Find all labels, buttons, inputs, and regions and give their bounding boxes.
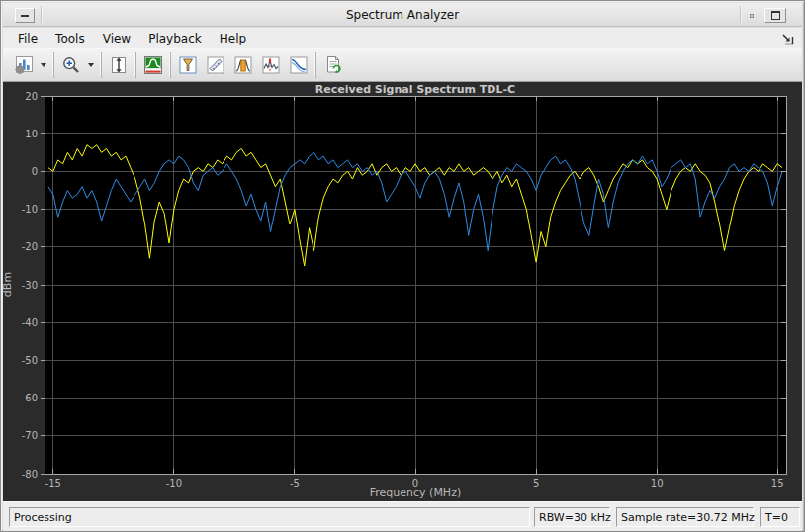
- peak-finder-button[interactable]: [175, 52, 201, 78]
- spectrum-plot-area: Received Signal Spectrum TDL-C dBm Frequ…: [3, 82, 802, 501]
- menu-file[interactable]: File: [9, 29, 46, 48]
- zoom-in-dropdown[interactable]: [85, 52, 96, 78]
- menu-tools[interactable]: Tools: [46, 29, 94, 48]
- distortion-measurements-button[interactable]: [203, 52, 228, 78]
- x-axis-label: Frequency (MHz): [45, 487, 786, 499]
- y-tick-label: -10: [22, 204, 38, 215]
- peak-finder-icon: [178, 55, 198, 75]
- minimize-icon: [21, 15, 29, 17]
- spectrum-view-icon: [143, 55, 163, 75]
- title-bar[interactable]: Spectrum Analyzer: [3, 3, 802, 27]
- restore-icon: [750, 14, 754, 18]
- menu-help[interactable]: Help: [211, 29, 255, 48]
- y-tick-label: -40: [22, 317, 38, 328]
- spectrum-display-button[interactable]: [140, 52, 166, 78]
- restore-button[interactable]: [745, 8, 759, 23]
- plot-title: Received Signal Spectrum TDL-C: [45, 83, 786, 96]
- cursor-measurements-button[interactable]: [258, 52, 284, 78]
- toolbar-group: [7, 52, 53, 78]
- spectral-mask-icon: [289, 55, 309, 75]
- y-tick-label: -50: [22, 355, 38, 366]
- cursors-icon: [261, 55, 281, 75]
- channel-measurements-button[interactable]: [230, 52, 256, 78]
- dock-button[interactable]: [779, 31, 795, 46]
- zoom-in-icon: [61, 55, 81, 75]
- status-bar: Processing RBW=30 kHz Sample rate=30.72 …: [3, 501, 802, 531]
- menu-bar: File Tools View Playback Help: [3, 28, 802, 48]
- y-axis-label: dBm: [1, 255, 14, 314]
- y-tick-label: -70: [22, 430, 38, 441]
- spectrum-settings-button[interactable]: [11, 52, 37, 78]
- toolbar-group: [53, 52, 101, 78]
- minimize-button[interactable]: [15, 8, 35, 23]
- status-time: T=0: [760, 507, 800, 527]
- spectral-mask-button[interactable]: [286, 52, 312, 78]
- spectrum-settings-icon: [14, 55, 34, 75]
- spectrum-chart[interactable]: -15-10-505101520100-10-20-30-40-50-60-70…: [3, 82, 804, 501]
- window-title: Spectrum Analyzer: [3, 8, 802, 22]
- y-tick-label: 0: [32, 166, 38, 177]
- playback-icon: [323, 55, 343, 75]
- chevron-down-icon: [41, 63, 46, 67]
- zoom-in-button[interactable]: [58, 52, 84, 78]
- chevron-down-icon: [88, 63, 94, 67]
- maximize-button[interactable]: [764, 8, 786, 23]
- menu-playback[interactable]: Playback: [139, 29, 211, 48]
- y-tick-label: -60: [22, 393, 38, 403]
- toolbar-group: [135, 52, 170, 78]
- toolbar-group: [315, 52, 350, 78]
- toolbar-group: [101, 52, 135, 78]
- toolbar-group: [170, 52, 315, 78]
- y-tick-label: 10: [25, 129, 38, 139]
- status-rbw: RBW=30 kHz: [534, 507, 610, 527]
- distortion-icon: [206, 55, 225, 75]
- y-tick-label: -20: [22, 241, 38, 252]
- status-sample-rate: Sample rate=30.72 MHz: [616, 507, 754, 527]
- spectrum-settings-dropdown[interactable]: [38, 52, 48, 78]
- maximize-icon: [771, 11, 780, 20]
- menu-view[interactable]: View: [94, 29, 139, 48]
- scale-axes-icon: [109, 55, 129, 75]
- y-tick-label: -30: [22, 280, 38, 291]
- toolbar: [3, 48, 802, 82]
- spectrum-analyzer-window: Spectrum Analyzer File Tools View Playba…: [0, 0, 805, 532]
- y-tick-label: -80: [22, 469, 38, 480]
- dock-arrow-icon: [781, 33, 794, 45]
- channel-icon: [233, 55, 253, 75]
- playback-settings-button[interactable]: [320, 52, 346, 78]
- scale-y-axis-button[interactable]: [106, 52, 132, 78]
- status-processing: Processing: [9, 507, 530, 527]
- y-tick-label: 20: [25, 91, 38, 102]
